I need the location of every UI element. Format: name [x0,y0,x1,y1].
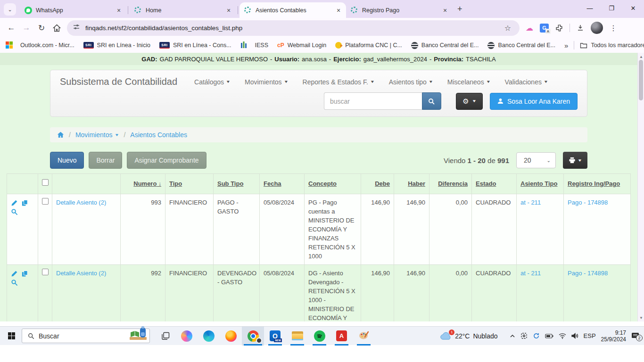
downloads-icon[interactable] [574,22,586,34]
reload-icon[interactable]: ↻ [34,20,49,35]
translate-icon[interactable]: GA [540,24,549,33]
taskbar-firefox[interactable] [220,327,242,346]
tab-close-icon[interactable]: × [334,6,343,15]
tray-device-icon[interactable] [520,332,528,339]
site-settings-icon[interactable] [73,23,80,33]
header-haber[interactable]: Haber [394,174,429,194]
tray-chevron-up-icon[interactable] [510,333,515,339]
all-bookmarks-button[interactable]: Todos los marcadores [580,42,644,49]
registro-pago-link[interactable]: Pago - 174898 [568,199,608,206]
detalle-asiento-link[interactable]: Detalle Asiento (2) [56,199,106,206]
header-diferencia[interactable]: Diferencia [429,174,472,194]
search-button[interactable] [422,92,441,110]
taskbar-copilot[interactable] [175,327,198,346]
copy-icon[interactable] [21,199,28,206]
copy-icon[interactable] [21,270,28,277]
bookmark-iess[interactable]: IESS [240,41,269,49]
tab-home[interactable]: Home × [130,2,236,18]
row-checkbox[interactable] [42,198,49,205]
taskbar-outlook[interactable]: ONEW [264,327,286,346]
view-magnifier-icon[interactable] [11,208,18,215]
chrome-menu-kebab-icon[interactable]: ⋮ [607,22,619,34]
bookmark-banco-central-2[interactable]: Banco Central del E... [487,42,555,49]
battery-icon[interactable] [545,333,553,339]
header-asiento-tipo[interactable]: Asiento Tipo [517,174,564,194]
select-all-checkbox[interactable] [42,179,49,186]
back-icon[interactable]: ← [4,20,19,35]
header-tipo[interactable]: Tipo [165,174,214,194]
scroll-down-icon[interactable]: ▼ [638,314,644,321]
registro-pago-link[interactable]: Pago - 174898 [568,270,608,277]
breadcrumb-asientos-contables[interactable]: Asientos Contables [130,131,187,139]
close-button[interactable]: ✕ [622,0,644,16]
menu-miscelaneos[interactable]: Miscelaneos▼ [447,78,490,86]
tab-search-chevron-icon[interactable]: ⌄ [4,3,16,16]
tab-whatsapp[interactable]: WhatsApp × [20,2,126,18]
menu-validaciones[interactable]: Validaciones▼ [505,78,548,86]
view-magnifier-icon[interactable] [11,279,18,286]
bookmark-sri-consultas[interactable]: SRI SRI en Línea - Cons... [159,42,231,49]
nuevo-button[interactable]: Nuevo [50,152,84,169]
taskbar-spotify[interactable] [308,327,330,346]
header-numero[interactable]: Numero ↓ [121,174,165,194]
header-fecha[interactable]: Fecha [260,174,305,194]
notifications-button[interactable]: 2 [631,332,639,339]
header-estado[interactable]: Estado [472,174,517,194]
taskbar-chrome-active[interactable] [242,327,264,346]
menu-asientos-tipo[interactable]: Asientos tipo▼ [389,78,433,86]
bookmark-sri-inicio[interactable]: SRI SRI en Línea - Inicio [83,42,150,49]
bookmark-outlook[interactable]: Outlook.com - Micr... [6,41,74,49]
profile-avatar[interactable] [591,22,603,34]
extensions-puzzle-icon[interactable] [553,22,565,34]
minimize-button[interactable]: — [579,0,601,16]
taskbar-search-box[interactable]: Buscar [22,329,150,343]
volume-icon[interactable] [571,333,578,339]
detalle-asiento-link[interactable]: Detalle Asiento (2) [56,270,106,277]
breadcrumb-movimientos[interactable]: Movimientos ▼ [75,131,119,139]
row-checkbox[interactable] [42,269,49,275]
scroll-up-icon[interactable]: ▲ [638,53,644,60]
bookmark-plataforma-cnc[interactable]: Plataforma CNC | C... [335,42,402,49]
tab-close-icon[interactable]: × [224,6,233,15]
taskbar-file-explorer[interactable] [286,327,308,346]
asiento-tipo-link[interactable]: at - 211 [520,199,541,206]
asiento-tipo-link[interactable]: at - 211 [520,270,541,277]
tab-close-icon[interactable]: × [114,6,124,15]
bookmarks-overflow-icon[interactable]: » [564,41,568,49]
tab-close-icon[interactable]: × [440,6,450,15]
asignar-comprobante-button[interactable]: Asignar Comprobante [127,152,206,169]
weather-extension-icon[interactable]: ☁ [523,22,536,34]
tab-registro-pago[interactable]: Registro Pago × [346,2,453,18]
task-view-button[interactable] [156,327,175,346]
bookmark-star-icon[interactable]: ☆ [502,22,514,34]
search-input[interactable] [324,92,422,110]
tab-asientos-contables-active[interactable]: Asientos Contables × [239,2,346,18]
home-icon[interactable] [49,20,64,35]
breadcrumb-home[interactable] [57,132,64,138]
header-debe[interactable]: Debe [361,174,394,194]
taskbar-paint[interactable] [353,327,375,346]
edit-pencil-icon[interactable] [11,270,18,277]
tray-sync-icon[interactable] [533,332,540,339]
taskbar-edge[interactable] [198,327,220,346]
scrollbar-thumb[interactable] [639,60,643,100]
weather-widget[interactable]: 1 22°C Nublado [440,332,497,340]
menu-reportes[interactable]: Reportes & Estados F.▼ [303,78,374,86]
borrar-button[interactable]: Borrar [89,152,122,169]
new-tab-button[interactable]: + [457,4,462,14]
settings-gear-button[interactable]: ⚙▼ [456,93,483,110]
menu-catalogos[interactable]: Catálogos▼ [194,78,230,86]
page-size-select[interactable]: 20 ⌄ [516,152,556,168]
taskbar-clock[interactable]: 9:17 25/9/2024 [601,329,626,343]
language-indicator[interactable]: ESP [584,332,596,339]
menu-movimientos[interactable]: Movimientos▼ [245,78,288,86]
header-concepto[interactable]: Concepto [305,174,361,194]
print-button[interactable]: ▼ [563,152,587,169]
forward-icon[interactable]: → [19,20,34,35]
edit-pencil-icon[interactable] [11,199,18,206]
maximize-button[interactable]: ❐ [601,0,622,16]
bookmark-webmail[interactable]: cP Webmail Login [277,42,326,49]
address-bar[interactable]: finqads.net/sf2/contabilidad/asientos_co… [67,20,520,36]
user-button[interactable]: Sosa Loor Ana Karen [490,93,578,110]
taskbar-acrobat[interactable]: A [330,327,353,346]
